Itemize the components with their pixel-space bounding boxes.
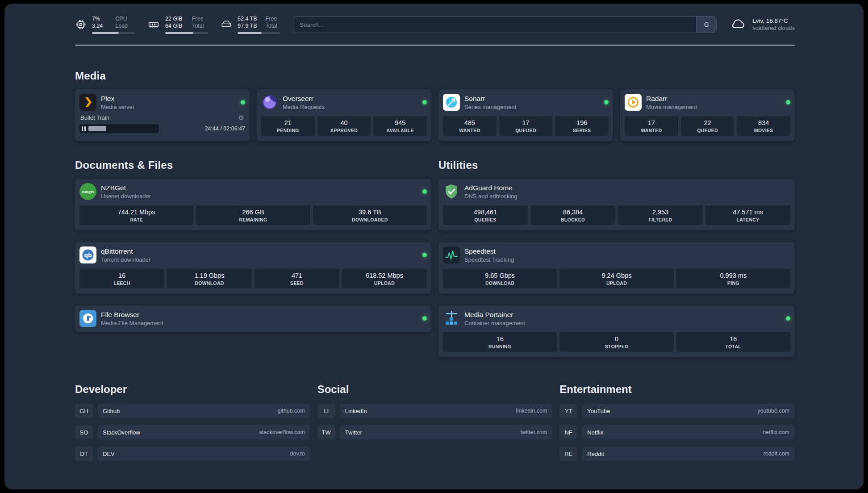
- weather-condition: scattered clouds: [752, 25, 795, 32]
- status-dot: [422, 316, 427, 321]
- stat-total: 16TOTAL: [676, 332, 790, 352]
- svg-text:qb: qb: [84, 252, 92, 259]
- bookmarks: Developer GH Github github.com SO StackO…: [75, 383, 795, 489]
- card-name: Speedtest: [464, 247, 514, 255]
- service-card-sonarr[interactable]: Sonarr Series management 485WANTED 17QUE…: [438, 89, 613, 141]
- section-title-utilities: Utilities: [438, 159, 795, 171]
- stat-latency: 47.571 msLATENCY: [705, 205, 790, 225]
- stat-movies: 834MOVIES: [737, 116, 790, 136]
- disk-labels: FreeTotal: [266, 15, 280, 29]
- service-card-plex[interactable]: Plex Media server Bullet Train ⚙: [75, 89, 250, 141]
- card-name: Sonarr: [464, 95, 516, 103]
- section-title-media: Media: [75, 70, 795, 82]
- memory-values: 22 GiB64 GiB: [165, 15, 187, 29]
- bookmark-twitter[interactable]: TW Twitter twitter.com: [317, 425, 553, 439]
- progress-fill: [88, 126, 106, 131]
- cpu-values: 7%3.24: [92, 15, 110, 29]
- service-card-adguard[interactable]: AdGuard Home DNS and adblocking 498,461Q…: [438, 179, 795, 230]
- status-dot: [422, 189, 427, 194]
- disk-icon: [221, 19, 232, 30]
- bookmark-group-title: Developer: [75, 383, 310, 396]
- qbittorrent-icon: qb: [79, 246, 96, 263]
- status-dot: [422, 100, 427, 104]
- bookmark-github[interactable]: GH Github github.com: [75, 404, 310, 418]
- progress-track[interactable]: [88, 126, 157, 131]
- playback-bar: [79, 124, 159, 133]
- bookmark-reddit[interactable]: RE Reddit reddit.com: [559, 447, 795, 461]
- service-card-filebrowser[interactable]: File Browser Media File Management: [75, 305, 431, 332]
- overseerr-icon: [261, 94, 278, 111]
- service-card-qbittorrent[interactable]: qb qBittorrent Torrent downloader 16LEEC…: [75, 242, 431, 294]
- status-dot: [786, 316, 790, 321]
- service-card-overseerr[interactable]: Overseerr Media Requests 21PENDING 40APP…: [257, 89, 431, 141]
- status-dot: [604, 100, 609, 104]
- card-desc: Speedtest Tracking: [464, 256, 514, 263]
- stat-remaining: 266 GBREMAINING: [196, 205, 310, 225]
- memory-icon: [147, 19, 160, 30]
- section-title-documents: Documents & Files: [75, 159, 431, 171]
- bookmark-youtube[interactable]: YT YouTube youtube.com: [559, 404, 795, 418]
- stat-series: 196SERIES: [555, 116, 609, 136]
- card-name: Radarr: [646, 95, 697, 103]
- dashboard-window: 7%3.24 CPULoad 22 GiB64 GiB: [4, 4, 864, 489]
- card-desc: Container management: [464, 320, 525, 326]
- stat-downloaded: 39.6 TBDOWNLOADED: [313, 205, 427, 225]
- card-desc: Series management: [464, 104, 516, 110]
- bookmark-stackoverflow[interactable]: SO StackOverflow stackoverflow.com: [75, 425, 310, 439]
- stat-blocked: 86,384BLOCKED: [530, 205, 615, 225]
- portainer-icon: [443, 310, 460, 327]
- now-playing-title: Bullet Train: [80, 114, 109, 121]
- weather-location: Lviv, 16.87°C: [752, 17, 795, 25]
- card-name: NZBGet: [101, 184, 151, 192]
- bookmark-group-social: Social LI LinkedIn linkedin.com TW Twitt…: [317, 383, 553, 468]
- card-desc: Usenet downloader: [101, 193, 151, 200]
- card-name: qBittorrent: [101, 247, 150, 255]
- pause-button[interactable]: [82, 126, 86, 131]
- cpu-icon: [75, 19, 87, 30]
- gear-icon[interactable]: ⚙: [238, 114, 244, 121]
- bookmark-netflix[interactable]: NF Netflix netflix.com: [559, 425, 795, 439]
- search-input[interactable]: [293, 21, 696, 28]
- service-card-nzbget[interactable]: nzbget NZBGet Usenet downloader 744.21 M…: [75, 179, 431, 230]
- stat-approved: 40APPROVED: [317, 116, 371, 136]
- radarr-icon: [625, 94, 642, 111]
- adguard-icon: [443, 183, 460, 200]
- topbar-divider: [75, 45, 795, 46]
- bookmark-dev[interactable]: DT DEV dev.to: [75, 447, 310, 461]
- service-card-radarr[interactable]: Radarr Movie management 17WANTED 22QUEUE…: [620, 89, 795, 141]
- memory-widget: 22 GiB64 GiB FreeTotal: [147, 15, 208, 34]
- card-desc: Media server: [101, 104, 134, 110]
- search-engine-button[interactable]: G: [696, 17, 716, 33]
- topbar: 7%3.24 CPULoad 22 GiB64 GiB: [75, 15, 795, 34]
- cpu-widget: 7%3.24 CPULoad: [75, 15, 135, 34]
- speedtest-icon: [443, 246, 460, 263]
- card-name: Overseerr: [283, 95, 325, 103]
- status-dot: [241, 100, 245, 104]
- card-name: AdGuard Home: [464, 184, 517, 192]
- plex-icon: [79, 94, 96, 111]
- cloud-icon: [729, 17, 747, 32]
- disk-usage-bar: [238, 32, 280, 34]
- bookmark-group-title: Social: [317, 383, 553, 396]
- stat-leech: 16LEECH: [79, 269, 164, 288]
- card-name: File Browser: [101, 311, 163, 319]
- bookmark-linkedin[interactable]: LI LinkedIn linkedin.com: [317, 404, 553, 418]
- stat-queries: 498,461QUERIES: [443, 205, 528, 225]
- stat-available: 945AVAILABLE: [373, 116, 427, 136]
- memory-labels: FreeTotal: [192, 15, 208, 29]
- search-bar: G: [293, 16, 717, 33]
- stat-upload: 9.24 GbpsUPLOAD: [559, 269, 673, 288]
- memory-usage-bar: [165, 32, 208, 34]
- card-desc: Movie management: [646, 104, 697, 110]
- playback-time: 24:44 / 02:06:47: [205, 125, 245, 132]
- stat-pending: 21PENDING: [261, 116, 315, 136]
- stat-ping: 0.993 msPING: [676, 269, 790, 288]
- card-name: Media Portainer: [464, 311, 525, 319]
- service-card-portainer[interactable]: Media Portainer Container management 16R…: [438, 305, 795, 357]
- service-card-speedtest[interactable]: Speedtest Speedtest Tracking 9.65 GbpsDO…: [438, 242, 795, 294]
- sonarr-icon: [443, 94, 460, 111]
- stat-filtered: 2,953FILTERED: [618, 205, 703, 225]
- disk-values: 52.4 TB97.9 TB: [238, 15, 260, 29]
- card-desc: Torrent downloader: [101, 256, 150, 263]
- stat-queued: 22QUEUED: [681, 116, 734, 136]
